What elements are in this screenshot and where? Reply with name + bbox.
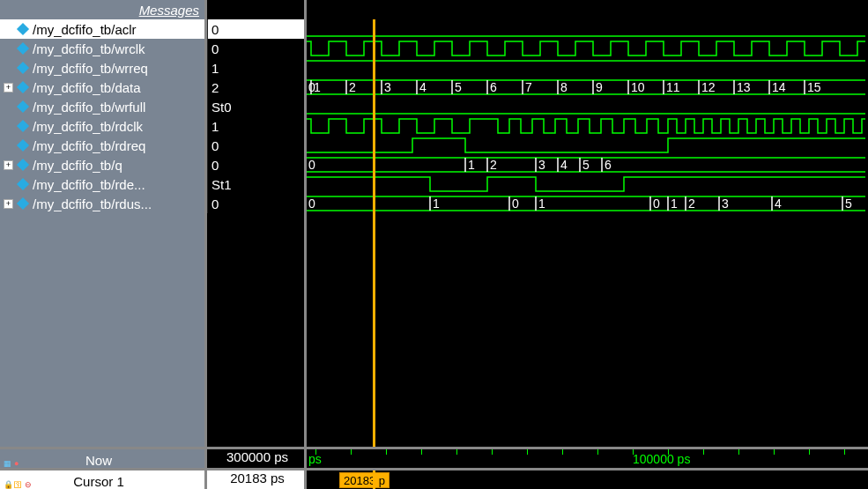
toolbar-icons-now: ▦ ● <box>4 459 23 468</box>
expand-spacer <box>4 25 13 34</box>
tick-minor <box>386 449 387 455</box>
signal-diamond-icon <box>17 81 29 93</box>
value-row[interactable]: 0 <box>207 136 304 155</box>
now-value: 300000 ps <box>226 449 288 464</box>
value-row[interactable]: St1 <box>207 174 304 194</box>
wave-row[interactable] <box>307 58 868 78</box>
signal-list[interactable]: /my_dcfifo_tb/aclr/my_dcfifo_tb/wrclk/my… <box>0 19 204 447</box>
cursor-value-cell: 20183 ps <box>207 470 307 489</box>
signal-name: /my_dcfifo_tb/rdclk <box>33 119 143 134</box>
value-row[interactable]: 0 <box>207 39 304 58</box>
signal-row[interactable]: /my_dcfifo_tb/aclr <box>0 19 204 39</box>
expand-spacer <box>4 44 13 54</box>
signal-name: /my_dcfifo_tb/data <box>33 80 141 95</box>
value-row[interactable]: 0 <box>207 155 304 174</box>
wave-row[interactable] <box>307 174 868 194</box>
value-row[interactable]: St0 <box>207 97 304 116</box>
signals-column: Messages /my_dcfifo_tb/aclr/my_dcfifo_tb… <box>0 0 207 447</box>
cursor-value: 20183 ps <box>230 470 285 485</box>
signal-name: /my_dcfifo_tb/aclr <box>33 22 137 37</box>
icon-b[interactable]: ● <box>14 459 23 468</box>
tick-minor <box>738 449 739 455</box>
timeline-signals-cell: ▦ ● Now <box>0 449 207 468</box>
wave-row[interactable]: 0123456789101112131415 <box>307 78 868 97</box>
tick-minor <box>315 449 316 455</box>
signal-row[interactable]: /my_dcfifo_tb/wrfull <box>0 97 204 116</box>
tick-minor <box>562 449 563 455</box>
tick-minor <box>597 449 598 455</box>
signal-row[interactable]: +/my_dcfifo_tb/rdus... <box>0 194 204 213</box>
expand-icon[interactable]: + <box>4 160 13 170</box>
expand-spacer <box>4 102 13 112</box>
expand-spacer <box>4 122 13 131</box>
signal-row[interactable]: /my_dcfifo_tb/rdclk <box>0 116 204 136</box>
tick-minor <box>351 449 352 455</box>
timeline-row: ▦ ● Now 300000 ps ps100000 ps <box>0 447 868 468</box>
toolbar-icons-cursor: 🔒 ⚿ ⊖ <box>4 480 33 489</box>
signal-diamond-icon <box>17 120 29 132</box>
cursor-row: 🔒 ⚿ ⊖ Cursor 1 20183 ps 20183 p <box>0 468 868 489</box>
cursor-flag[interactable]: 20183 p <box>339 472 389 488</box>
tick-minor <box>456 449 457 455</box>
cursor-label: Cursor 1 <box>73 474 124 489</box>
wave-row[interactable] <box>307 116 868 136</box>
signal-diamond-icon <box>17 139 29 152</box>
values-header <box>207 0 304 19</box>
messages-label: Messages <box>139 3 199 18</box>
wave-row[interactable] <box>307 39 868 58</box>
minus-icon[interactable]: ⊖ <box>25 480 33 489</box>
tick-minor <box>809 449 810 455</box>
value-list[interactable]: 0012St0100St10 <box>207 19 304 447</box>
tick-minor <box>492 449 493 455</box>
value-row[interactable]: 0 <box>207 19 304 39</box>
signal-row[interactable]: +/my_dcfifo_tb/q <box>0 155 204 174</box>
timeline-value-cell: 300000 ps <box>207 449 307 468</box>
signal-row[interactable]: /my_dcfifo_tb/wrclk <box>0 39 204 58</box>
signal-name: /my_dcfifo_tb/rde... <box>33 177 145 192</box>
signal-name: /my_dcfifo_tb/rdus... <box>33 196 152 211</box>
icon-a[interactable]: ▦ <box>4 459 12 468</box>
expand-spacer <box>4 180 13 189</box>
tick-minor <box>774 449 775 455</box>
signal-diamond-icon <box>17 62 29 74</box>
wave-window: Messages /my_dcfifo_tb/aclr/my_dcfifo_tb… <box>0 0 868 489</box>
wave-row[interactable]: 0123456 <box>307 155 868 174</box>
signal-name: /my_dcfifo_tb/wrreq <box>33 61 148 76</box>
signal-row[interactable]: +/my_dcfifo_tb/data <box>0 78 204 97</box>
cursor-signals-cell: 🔒 ⚿ ⊖ Cursor 1 <box>0 470 207 489</box>
cursor-ruler[interactable]: 20183 p <box>307 470 868 489</box>
signal-row[interactable]: /my_dcfifo_tb/rde... <box>0 174 204 194</box>
expand-icon[interactable]: + <box>4 199 13 209</box>
key-icon[interactable]: ⚿ <box>14 480 23 489</box>
lock-icon[interactable]: 🔒 <box>4 480 12 489</box>
signal-row[interactable]: /my_dcfifo_tb/rdreq <box>0 136 204 155</box>
wave-header <box>307 0 868 19</box>
wave-column: 012345678910111213141501234560101012345 <box>307 0 868 447</box>
value-row[interactable]: 2 <box>207 78 304 97</box>
wave-row[interactable] <box>307 136 868 155</box>
tick-major-label: 100000 ps <box>633 452 690 466</box>
signal-diamond-icon <box>17 159 29 171</box>
signal-diamond-icon <box>17 42 29 55</box>
signal-diamond-icon <box>17 197 29 210</box>
cursor-line-footer[interactable] <box>373 470 375 489</box>
signal-name: /my_dcfifo_tb/q <box>33 158 122 173</box>
timeline-ruler[interactable]: ps100000 ps <box>307 449 868 468</box>
signal-diamond-icon <box>17 100 29 113</box>
value-row[interactable]: 0 <box>207 194 304 213</box>
signal-row[interactable]: /my_dcfifo_tb/wrreq <box>0 58 204 78</box>
wave-row[interactable]: 0101012345 <box>307 194 868 213</box>
now-label: Now <box>85 453 112 468</box>
cursor-line[interactable] <box>373 19 375 447</box>
wave-canvas[interactable]: 012345678910111213141501234560101012345 <box>307 19 868 447</box>
tick-minor <box>527 449 528 455</box>
value-row[interactable]: 1 <box>207 58 304 78</box>
wave-row[interactable] <box>307 19 868 39</box>
tick-minor <box>421 449 422 455</box>
tick-minor <box>844 449 845 455</box>
expand-icon[interactable]: + <box>4 83 13 93</box>
main-area: Messages /my_dcfifo_tb/aclr/my_dcfifo_tb… <box>0 0 868 447</box>
signal-diamond-icon <box>17 23 29 35</box>
value-row[interactable]: 1 <box>207 116 304 136</box>
wave-row[interactable] <box>307 97 868 116</box>
